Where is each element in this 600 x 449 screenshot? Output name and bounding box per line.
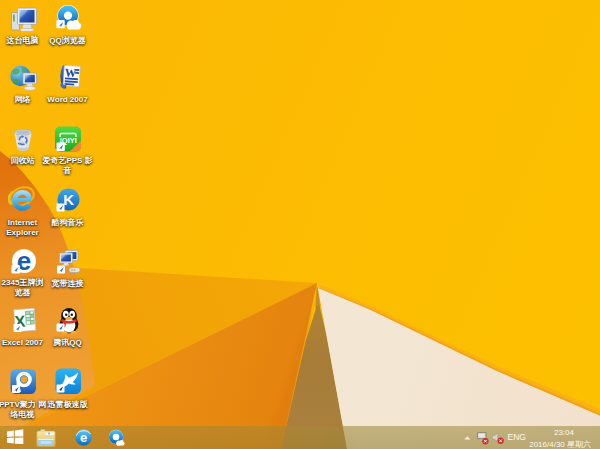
svg-text:K: K (63, 191, 74, 208)
svg-text:e: e (79, 430, 86, 445)
